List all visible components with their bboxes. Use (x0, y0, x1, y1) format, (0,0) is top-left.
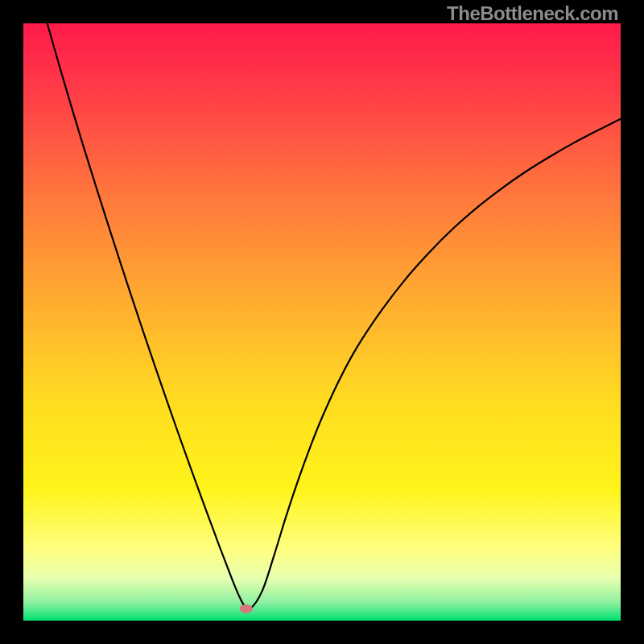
watermark-text: TheBottleneck.com (447, 2, 618, 25)
chart-svg (23, 23, 621, 621)
bottleneck-chart (23, 23, 621, 621)
curve-marker (240, 605, 253, 613)
svg-point-0 (240, 605, 253, 613)
chart-background (23, 23, 621, 621)
